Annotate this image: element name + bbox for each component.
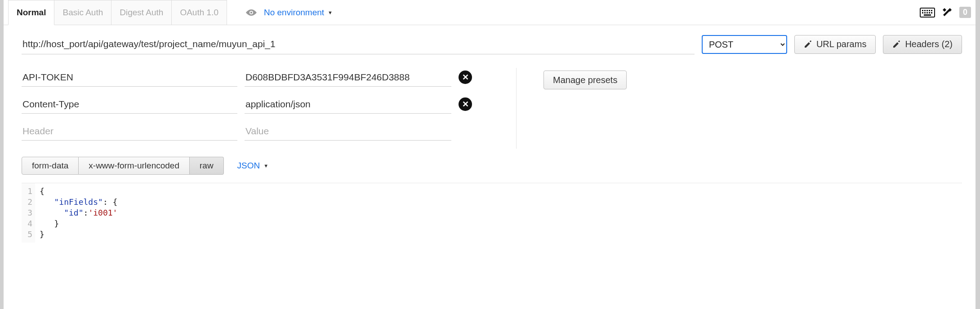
environment-block: No environment ▼: [245, 8, 333, 18]
caret-down-icon: ▼: [328, 10, 333, 15]
eye-icon[interactable]: [245, 8, 258, 17]
caret-down-icon: ▼: [263, 163, 268, 168]
edit-icon: [804, 40, 812, 49]
notification-badge[interactable]: 0: [959, 7, 971, 18]
close-icon: ✕: [462, 72, 469, 82]
body-format-dropdown[interactable]: JSON ▼: [237, 161, 269, 171]
svg-rect-4: [927, 10, 928, 11]
header-key-input[interactable]: [22, 68, 237, 87]
json-key: "inFields": [54, 197, 103, 207]
auth-tab-normal[interactable]: Normal: [8, 0, 54, 25]
auth-tab-basic[interactable]: Basic Auth: [54, 0, 111, 25]
environment-dropdown[interactable]: No environment ▼: [264, 8, 333, 18]
body-tab-urlencoded[interactable]: x-www-form-urlencoded: [79, 157, 190, 175]
close-icon: ✕: [462, 99, 469, 109]
url-row: POST URL params Headers (2): [4, 25, 980, 59]
top-bar: Normal Basic Auth Digest Auth OAuth 1.0 …: [4, 0, 980, 25]
keyboard-icon[interactable]: [920, 8, 935, 18]
svg-rect-8: [924, 12, 926, 13]
json-string: 'i001': [88, 208, 117, 217]
body-type-row: form-data x-www-form-urlencoded raw JSON…: [4, 153, 980, 175]
header-row: ✕: [22, 68, 489, 87]
svg-rect-9: [927, 12, 928, 13]
settings-icon[interactable]: [941, 7, 953, 18]
environment-label: No environment: [264, 8, 324, 18]
body-format-label: JSON: [237, 161, 260, 171]
body-tab-formdata[interactable]: form-data: [22, 157, 79, 175]
url-params-button[interactable]: URL params: [794, 35, 876, 54]
url-input[interactable]: [22, 34, 695, 54]
body-editor[interactable]: 1 2 3 4 5 { "inFields": { "id":'i001' } …: [22, 183, 962, 243]
http-method-select[interactable]: POST: [702, 35, 787, 54]
vertical-divider: [516, 68, 517, 149]
edit-icon: [892, 40, 900, 49]
header-key-input[interactable]: [22, 95, 237, 114]
headers-section: ✕ ✕ Manage presets: [4, 59, 980, 153]
scrollbar-track[interactable]: [976, 0, 980, 309]
auth-tabs: Normal Basic Auth Digest Auth OAuth 1.0: [8, 0, 227, 25]
svg-rect-3: [924, 10, 926, 11]
manage-presets-label: Manage presets: [553, 75, 617, 85]
svg-rect-6: [931, 10, 932, 11]
header-row: ✕: [22, 95, 489, 114]
header-row-new: [22, 122, 489, 141]
url-params-label: URL params: [816, 39, 867, 49]
topbar-right: 0: [920, 0, 971, 25]
code-content[interactable]: { "inFields": { "id":'i001' } }: [35, 183, 117, 243]
svg-rect-5: [929, 10, 930, 11]
svg-rect-10: [929, 12, 930, 13]
header-value-input[interactable]: [245, 122, 451, 141]
headers-label: Headers (2): [905, 39, 953, 49]
delete-header-button[interactable]: ✕: [459, 97, 472, 111]
delete-header-button[interactable]: ✕: [459, 71, 472, 84]
manage-presets-button[interactable]: Manage presets: [543, 71, 627, 89]
header-value-input[interactable]: [245, 68, 451, 87]
auth-tab-oauth[interactable]: OAuth 1.0: [172, 0, 227, 25]
svg-rect-7: [922, 12, 923, 13]
line-gutter: 1 2 3 4 5: [22, 183, 35, 243]
header-key-input[interactable]: [22, 122, 237, 141]
svg-rect-2: [922, 10, 923, 11]
body-type-tabs: form-data x-www-form-urlencoded raw: [22, 157, 224, 175]
auth-tab-digest[interactable]: Digest Auth: [111, 0, 172, 25]
presets-column: Manage presets: [543, 68, 627, 89]
body-tab-raw[interactable]: raw: [190, 157, 224, 175]
headers-table: ✕ ✕: [22, 68, 489, 149]
svg-rect-12: [924, 14, 931, 16]
header-value-input[interactable]: [245, 95, 451, 114]
svg-rect-11: [931, 12, 932, 13]
svg-point-0: [250, 11, 253, 13]
headers-button[interactable]: Headers (2): [883, 35, 962, 54]
json-key: "id": [64, 208, 83, 217]
